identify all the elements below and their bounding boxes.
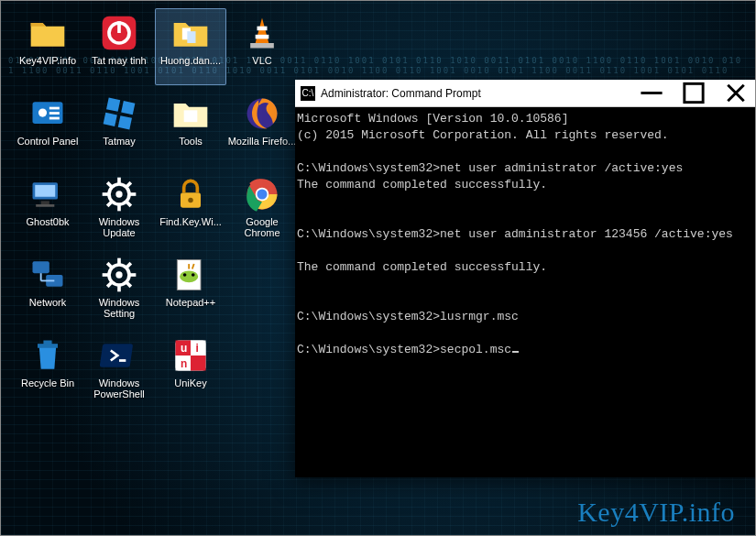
notepadpp-label: Notepad++: [166, 297, 215, 308]
find-key-wi-icon: [170, 174, 211, 214]
desktop-icon-grid: Key4VIP.infoTat may tinhHuong.dan....VLC…: [12, 8, 298, 408]
window-title-text: Administrator: Command Prompt: [321, 87, 630, 100]
svg-rect-15: [121, 101, 135, 115]
svg-rect-12: [49, 112, 60, 115]
svg-rect-18: [184, 110, 198, 122]
huong-dan-folder-label: Huong.dan....: [160, 55, 221, 66]
tools-folder[interactable]: Tools: [155, 89, 226, 166]
svg-line-31: [126, 182, 131, 187]
control-panel-icon: [27, 93, 68, 134]
svg-rect-6: [257, 27, 268, 31]
svg-rect-21: [35, 185, 55, 197]
vlc[interactable]: VLC: [226, 8, 298, 85]
windows-setting-icon: [99, 255, 139, 295]
maximize-button[interactable]: [673, 80, 715, 106]
svg-point-52: [115, 271, 122, 278]
firefox-label: Mozilla Firefo...: [228, 136, 297, 147]
windows-update[interactable]: Windows Update: [83, 170, 155, 246]
notepadpp[interactable]: Notepad++: [155, 250, 226, 327]
network[interactable]: Network: [12, 250, 83, 327]
watermark-text: Key4VIP.info: [577, 497, 735, 528]
control-panel-label: Control Panel: [17, 136, 79, 147]
svg-line-29: [107, 182, 112, 187]
recycle-bin[interactable]: Recycle Bin: [12, 331, 83, 408]
svg-text:i: i: [196, 342, 199, 355]
ghost0bk-icon: [27, 174, 68, 214]
svg-line-48: [107, 263, 112, 268]
svg-rect-23: [36, 204, 54, 207]
tat-may-tinh-label: Tat may tinh: [92, 55, 146, 66]
svg-rect-8: [250, 43, 274, 49]
key4vip-folder[interactable]: Key4VIP.info: [12, 8, 83, 85]
svg-point-33: [115, 191, 122, 197]
svg-rect-22: [41, 201, 49, 204]
key4vip-folder-icon: [27, 13, 68, 53]
tatmay-label: Tatmay: [103, 136, 135, 147]
tools-folder-label: Tools: [179, 136, 203, 147]
tat-may-tinh[interactable]: Tat may tinh: [83, 8, 155, 85]
svg-rect-16: [104, 113, 117, 126]
svg-point-54: [180, 270, 198, 282]
windows-update-icon: [99, 174, 139, 214]
command-prompt-window[interactable]: C:\ Administrator: Command Prompt Micros…: [295, 80, 756, 477]
svg-line-32: [107, 202, 112, 206]
svg-rect-11: [49, 107, 60, 110]
vlc-label: VLC: [252, 55, 271, 66]
tools-folder-icon: [170, 93, 211, 134]
network-icon: [27, 255, 68, 295]
firefox-icon: [242, 93, 282, 134]
powershell[interactable]: Windows PowerShell: [83, 331, 155, 408]
ghost0bk[interactable]: Ghost0bk: [12, 170, 83, 246]
network-label: Network: [29, 297, 66, 308]
command-prompt-icon: C:\: [301, 86, 315, 101]
text-cursor: [512, 351, 519, 353]
unikey-icon: uin: [170, 335, 211, 376]
chrome[interactable]: Google Chrome: [226, 170, 298, 246]
notepadpp-icon: [170, 255, 211, 295]
svg-text:n: n: [181, 357, 187, 370]
svg-text:u: u: [181, 342, 187, 355]
find-key-wi[interactable]: Find.Key.Wi...: [155, 170, 226, 246]
svg-line-30: [126, 202, 131, 206]
ghost0bk-label: Ghost0bk: [26, 216, 69, 227]
svg-rect-14: [106, 98, 120, 112]
svg-line-50: [126, 263, 131, 268]
svg-line-51: [107, 282, 112, 287]
svg-rect-72: [685, 83, 703, 102]
svg-rect-39: [33, 261, 49, 273]
windows-setting[interactable]: Windows Setting: [83, 250, 155, 327]
huong-dan-folder[interactable]: Huong.dan....: [155, 8, 226, 85]
control-panel[interactable]: Control Panel: [12, 89, 83, 166]
svg-line-49: [126, 282, 131, 287]
unikey-label: UniKey: [174, 377, 206, 388]
powershell-label: Windows PowerShell: [84, 377, 154, 399]
svg-point-10: [38, 109, 47, 117]
svg-rect-13: [49, 117, 60, 120]
huong-dan-folder-icon: [170, 13, 211, 53]
recycle-bin-label: Recycle Bin: [21, 377, 74, 388]
svg-point-35: [188, 198, 193, 203]
svg-rect-60: [43, 341, 51, 345]
recycle-bin-icon: [27, 335, 68, 376]
tatmay[interactable]: Tatmay: [83, 89, 155, 166]
vlc-icon: [242, 13, 282, 53]
minimize-button[interactable]: [630, 80, 673, 106]
tatmay-icon: [99, 93, 139, 134]
close-button[interactable]: [715, 80, 756, 106]
unikey[interactable]: uinUniKey: [155, 331, 226, 408]
tat-may-tinh-icon: [99, 13, 139, 53]
svg-point-55: [183, 273, 187, 277]
powershell-icon: [99, 335, 139, 376]
svg-point-38: [257, 190, 268, 200]
command-prompt-body[interactable]: Microsoft Windows [Version 10.0.10586] (…: [295, 107, 756, 477]
windows-setting-label: Windows Setting: [84, 297, 154, 319]
svg-rect-70: [191, 356, 206, 371]
window-titlebar[interactable]: C:\ Administrator: Command Prompt: [295, 80, 756, 107]
firefox[interactable]: Mozilla Firefo...: [226, 89, 298, 166]
svg-rect-17: [118, 115, 132, 129]
svg-rect-4: [187, 31, 195, 43]
svg-point-56: [192, 273, 195, 277]
windows-update-label: Windows Update: [84, 216, 154, 238]
svg-rect-7: [256, 35, 269, 39]
chrome-icon: [242, 174, 282, 214]
